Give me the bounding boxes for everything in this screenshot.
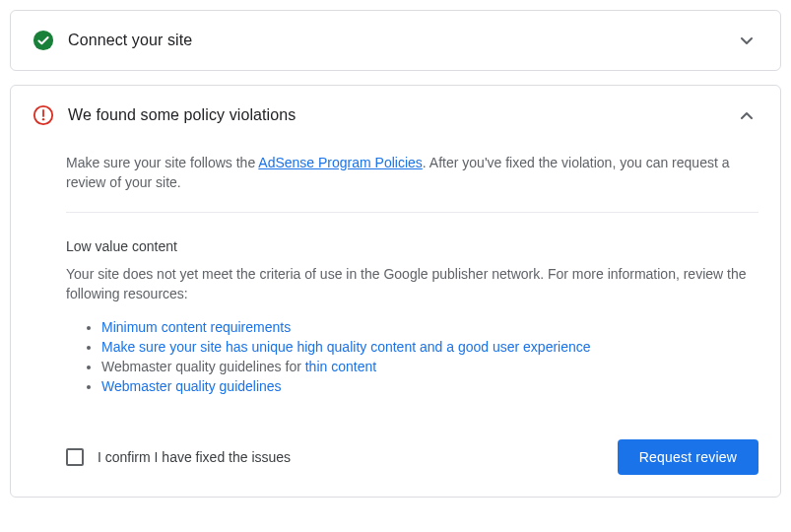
card-connect-header[interactable]: Connect your site	[11, 11, 780, 70]
card-connect-site: Connect your site	[10, 10, 781, 71]
footer-row: I confirm I have fixed the issues Reques…	[66, 439, 758, 475]
intro-text: Make sure your site follows the AdSense …	[66, 145, 758, 212]
link-min-content[interactable]: Minimum content requirements	[101, 319, 291, 335]
card-connect-title: Connect your site	[68, 32, 735, 49]
section-text: Your site does not yet meet the criteria…	[66, 264, 758, 303]
check-circle-icon	[33, 30, 54, 51]
card-violations-title: We found some policy violations	[68, 106, 735, 124]
svg-point-0	[33, 31, 53, 50]
card-violations-header[interactable]: We found some policy violations	[11, 86, 780, 145]
request-review-button[interactable]: Request review	[618, 439, 758, 475]
link-thin-content[interactable]: thin content	[305, 359, 376, 374]
section-title: Low value content	[66, 217, 758, 264]
link-unique-content[interactable]: Make sure your site has unique high qual…	[101, 339, 591, 355]
divider	[66, 212, 758, 213]
svg-point-3	[42, 118, 44, 120]
alert-circle-icon	[33, 104, 54, 126]
list-item: Webmaster quality guidelines for thin co…	[101, 357, 758, 376]
chevron-down-icon	[735, 29, 758, 52]
confirm-checkbox-wrap: I confirm I have fixed the issues	[66, 448, 618, 466]
confirm-label: I confirm I have fixed the issues	[98, 449, 291, 465]
list-item: Make sure your site has unique high qual…	[101, 337, 758, 357]
resource-list: Minimum content requirements Make sure y…	[66, 317, 758, 396]
card-violations-body: Make sure your site follows the AdSense …	[11, 145, 780, 497]
confirm-checkbox[interactable]	[66, 448, 84, 466]
policies-link[interactable]: AdSense Program Policies	[258, 155, 423, 170]
chevron-up-icon	[735, 103, 758, 127]
link-quality-guidelines[interactable]: Webmaster quality guidelines	[101, 378, 282, 394]
card-policy-violations: We found some policy violations Make sur…	[10, 85, 781, 498]
list-item: Minimum content requirements	[101, 317, 758, 337]
list-item: Webmaster quality guidelines	[101, 376, 758, 396]
